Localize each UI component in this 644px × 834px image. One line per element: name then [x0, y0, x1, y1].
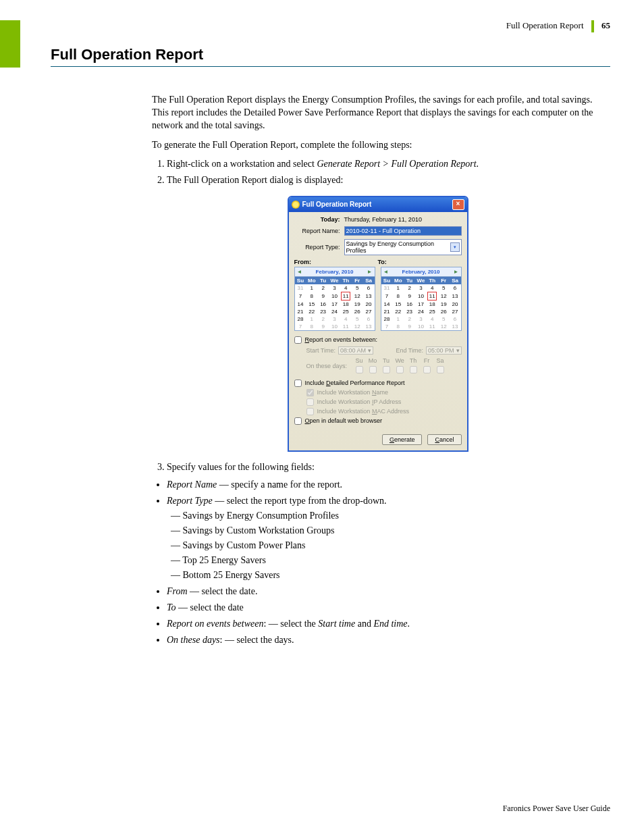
- include-ws-ip-checkbox[interactable]: Include Workstation IP Address: [306, 398, 462, 406]
- step-1: Right-click on a workstation and select …: [167, 159, 603, 170]
- end-time-label: End Time:: [396, 347, 423, 354]
- report-events-checkbox[interactable]: RReport on events between:eport on event…: [294, 336, 462, 344]
- report-name-input[interactable]: 2010-02-11 - Full Operation: [344, 226, 462, 236]
- on-these-days-label: On these days:: [306, 363, 348, 369]
- include-detailed-checkbox[interactable]: Include Detailed Performance Report: [294, 380, 462, 387]
- report-type-select[interactable]: Savings by Energy Consumption Profiles ▾: [344, 239, 462, 255]
- day-th-checkbox[interactable]: [410, 366, 417, 373]
- cal-from-month: February, 2010: [316, 269, 354, 275]
- chevron-down-icon: ▾: [456, 347, 460, 354]
- calendar-to[interactable]: ◄ February, 2010 ► SuMoTuWeThFrSa 311234…: [381, 267, 462, 331]
- page-number: 65: [601, 20, 610, 30]
- field-list: Report Name — specify a name for the rep…: [152, 479, 603, 646]
- day-su-checkbox[interactable]: [356, 366, 363, 373]
- page-accent: [0, 20, 20, 68]
- dialog-titlebar: Full Operation Report ×: [289, 197, 467, 212]
- cal-next-icon[interactable]: ►: [367, 269, 373, 275]
- title-rule: [51, 66, 610, 67]
- open-browser-checkbox[interactable]: Open in default web browser: [294, 417, 462, 425]
- report-name-label: Report Name:: [294, 228, 344, 234]
- start-time-select[interactable]: 08:00 AM▾: [338, 346, 373, 355]
- page-footer: Faronics Power Save User Guide: [503, 804, 610, 814]
- report-type-label: Report Type:: [294, 244, 344, 251]
- today-value: Thursday, February 11, 2010: [344, 216, 462, 223]
- page-header: Full Operation Report 65: [0, 20, 610, 32]
- cal-next-icon[interactable]: ►: [454, 269, 459, 275]
- to-label: To:: [378, 259, 462, 265]
- step-3: Specify values for the following fields:: [167, 462, 603, 473]
- app-icon: [292, 201, 300, 209]
- dialog-title: Full Operation Report: [302, 201, 372, 208]
- cal-to-month: February, 2010: [402, 269, 440, 275]
- cancel-button[interactable]: Cancel: [427, 434, 461, 445]
- chevron-down-icon: ▾: [368, 347, 371, 354]
- day-tu-checkbox[interactable]: [383, 366, 390, 373]
- today-label: Today:: [294, 216, 344, 223]
- end-time-select[interactable]: 05:00 PM▾: [426, 346, 462, 355]
- day-fr-checkbox[interactable]: [423, 366, 431, 373]
- cal-prev-icon[interactable]: ◄: [297, 269, 302, 275]
- start-time-label: Start Time:: [306, 347, 336, 354]
- steps-list-cont: Specify values for the following fields:: [152, 462, 603, 473]
- step-2: The Full Operation Report dialog is disp…: [167, 175, 603, 186]
- full-operation-report-dialog: Full Operation Report × Today: Thursday,…: [288, 196, 468, 452]
- day-sa-checkbox[interactable]: [437, 366, 444, 373]
- close-icon[interactable]: ×: [452, 199, 464, 210]
- from-label: From:: [294, 259, 312, 265]
- include-ws-name-checkbox[interactable]: Include Workstation Name: [306, 389, 462, 396]
- header-divider: [591, 20, 594, 32]
- header-breadcrumb: Full Operation Report: [506, 20, 584, 30]
- intro-paragraph-2: To generate the Full Operation Report, c…: [152, 139, 603, 152]
- steps-list: Right-click on a workstation and select …: [152, 159, 603, 186]
- cal-prev-icon[interactable]: ◄: [383, 269, 389, 275]
- calendar-from[interactable]: ◄ February, 2010 ► SuMoTuWeThFrSa 311234…: [294, 267, 375, 331]
- page-title: Full Operation Report: [51, 46, 610, 63]
- include-ws-mac-checkbox[interactable]: Include Workstation MAC Address: [306, 408, 462, 415]
- chevron-down-icon: ▾: [450, 242, 459, 252]
- day-we-checkbox[interactable]: [396, 366, 404, 373]
- intro-paragraph: The Full Operation Report displays the E…: [152, 94, 603, 132]
- day-mo-checkbox[interactable]: [369, 366, 377, 373]
- generate-button[interactable]: Generate: [382, 434, 423, 445]
